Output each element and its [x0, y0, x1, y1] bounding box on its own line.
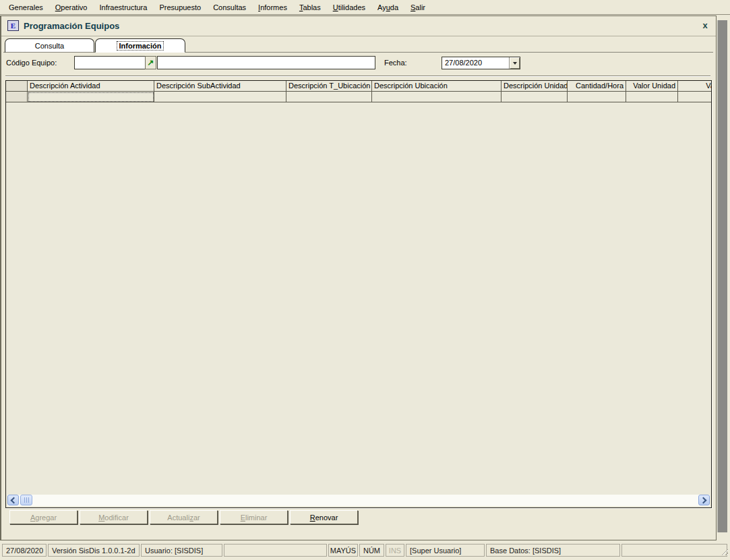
- thumb-grip-icon: [24, 497, 29, 503]
- label-part: U: [333, 3, 338, 11]
- programacion-equipos-window: E Programación Equipos x Consulta Inform…: [0, 15, 717, 540]
- column-header-valor-unidad[interactable]: Valor Unidad: [626, 81, 678, 92]
- tab-label: Información: [117, 42, 164, 50]
- cell-unidad[interactable]: [501, 92, 568, 102]
- tab-informacion[interactable]: Información: [95, 38, 185, 53]
- label-part: Presupuesto: [159, 3, 201, 11]
- menu-item-operativo[interactable]: Operativo: [49, 1, 94, 13]
- status-caps-indicator: MAYÚS: [328, 544, 358, 557]
- label-part: Generales: [9, 3, 43, 11]
- status-bar: 27/08/2020 Versión SisDis 1.0.0.1-2d Usu…: [0, 542, 730, 558]
- cell-valor-unidad[interactable]: [626, 92, 678, 102]
- status-base-datos-panel: Base Datos: [SISDIS]: [486, 544, 620, 557]
- equipo-descripcion-input[interactable]: [157, 56, 375, 69]
- cell-t-ubicacion[interactable]: [286, 92, 372, 102]
- menu-item-presupuesto[interactable]: Presupuesto: [153, 1, 207, 13]
- label-part: ablas: [303, 3, 320, 11]
- cell-valor[interactable]: [678, 92, 712, 102]
- label-part: enovar: [315, 514, 338, 522]
- label-part: E: [241, 514, 245, 522]
- codigo-equipo-label: Código Equipo:: [6, 59, 57, 67]
- cell-actividad[interactable]: [28, 92, 154, 102]
- grid-data-row: [6, 92, 712, 102]
- fecha-label: Fecha:: [384, 59, 407, 67]
- grid-header-row: Descripción Actividad Descripción SubAct…: [6, 81, 712, 92]
- column-header-subactividad[interactable]: Descripción SubActividad: [154, 81, 286, 92]
- column-header-valor[interactable]: Valor: [678, 81, 712, 92]
- status-version-panel: Versión SisDis 1.0.0.1-2d: [48, 544, 140, 557]
- label-part: Consultas: [213, 3, 246, 11]
- menu-item-salir[interactable]: Salir: [404, 1, 431, 13]
- column-header-ubicacion[interactable]: Descripción Ubicación: [372, 81, 501, 92]
- status-date-panel: 27/08/2020: [2, 544, 47, 557]
- chevron-down-icon[interactable]: [509, 57, 520, 69]
- cell-ubicacion[interactable]: [372, 92, 501, 102]
- eliminar-button: Eliminar: [220, 510, 288, 524]
- close-icon[interactable]: x: [700, 20, 710, 31]
- tab-consulta[interactable]: Consulta: [5, 38, 94, 53]
- column-header-actividad[interactable]: Descripción Actividad: [28, 81, 154, 92]
- menu-item-tablas[interactable]: Tablas: [293, 1, 327, 13]
- tab-label: Consulta: [35, 42, 64, 50]
- chevron-left-icon: [11, 497, 18, 503]
- label-part: Ay: [377, 3, 386, 11]
- dropdown-triangle: [513, 62, 517, 65]
- menu-item-generales[interactable]: Generales: [3, 1, 49, 13]
- row-selector-cell[interactable]: [6, 92, 28, 102]
- cell-cantidad-hora[interactable]: [568, 92, 626, 102]
- status-rol-panel: [Super Usuario]: [406, 544, 485, 557]
- label-part: odificar: [104, 514, 128, 522]
- tab-strip: Consulta Información: [3, 38, 713, 53]
- status-usuario-panel: Usuario: [SISDIS]: [141, 544, 222, 557]
- label-part: alir: [415, 3, 425, 11]
- status-empty-panel: [224, 544, 327, 557]
- column-header-unidad[interactable]: Descripción Unidad: [501, 81, 568, 92]
- fecha-value: 27/08/2020: [442, 57, 509, 69]
- label-part: tilidades: [338, 3, 365, 11]
- horizontal-scrollbar[interactable]: [7, 495, 710, 506]
- label-part: M: [98, 514, 104, 522]
- label-part: ar: [193, 514, 200, 522]
- cell-subactividad[interactable]: [154, 92, 286, 102]
- agregar-button: Agregar: [9, 510, 78, 524]
- renovar-button[interactable]: Renovar: [290, 510, 358, 524]
- chevron-right-icon: [700, 497, 707, 503]
- menu-item-utilidades[interactable]: Utilidades: [327, 1, 371, 13]
- column-header-t-ubicacion[interactable]: Descripción T_Ubicación: [286, 81, 372, 92]
- title-divider: [1, 36, 716, 36]
- codigo-equipo-input[interactable]: [74, 56, 146, 69]
- fecha-combobox[interactable]: 27/08/2020: [442, 57, 520, 69]
- label-part: nformes: [260, 3, 287, 11]
- status-ins-indicator: INS: [386, 544, 404, 557]
- label-part: R: [310, 514, 315, 522]
- label-part: perativo: [61, 3, 87, 11]
- menu-item-consultas[interactable]: Consultas: [207, 1, 252, 13]
- modificar-button: Modificar: [80, 510, 148, 524]
- menu-item-informes[interactable]: Informes: [252, 1, 293, 13]
- label-part: Actuali: [167, 514, 189, 522]
- lookup-arrow-button[interactable]: ↗: [145, 56, 156, 69]
- menu-bar: Generales Operativo Infraestructura Pres…: [0, 0, 730, 15]
- label-part: Infraestructura: [99, 3, 147, 11]
- label-part: liminar: [245, 514, 267, 522]
- mdi-client-edge: [717, 20, 727, 532]
- menu-item-infraestructura[interactable]: Infraestructura: [93, 1, 153, 13]
- scrollbar-thumb[interactable]: [20, 495, 32, 505]
- status-num-indicator: NÚM: [359, 544, 384, 557]
- window-title-bar: E Programación Equipos x: [1, 16, 716, 36]
- window-icon: E: [7, 20, 19, 31]
- status-empty-panel-2: [621, 544, 727, 557]
- programacion-grid: Descripción Actividad Descripción SubAct…: [5, 80, 712, 508]
- label-part: gregar: [35, 514, 57, 522]
- actualizar-button: Actualizar: [150, 510, 218, 524]
- scroll-right-button[interactable]: [698, 495, 710, 505]
- arrow-up-right-icon: ↗: [147, 59, 154, 67]
- menu-item-ayuda[interactable]: Ayuda: [371, 1, 404, 13]
- scroll-left-button[interactable]: [7, 495, 19, 505]
- row-selector-header[interactable]: [6, 81, 28, 92]
- divider-groove: [5, 75, 710, 77]
- label-part: da: [390, 3, 398, 11]
- window-title: Programación Equipos: [24, 21, 119, 31]
- column-header-cantidad-hora[interactable]: Cantidad/Hora: [568, 81, 626, 92]
